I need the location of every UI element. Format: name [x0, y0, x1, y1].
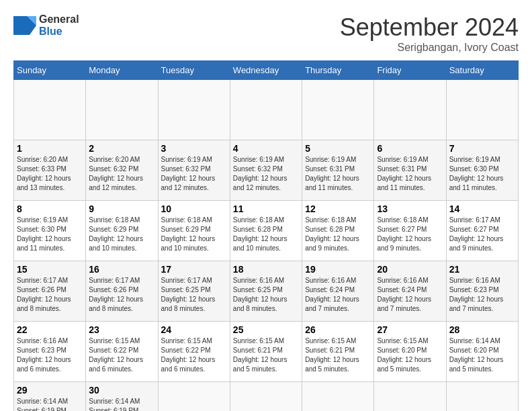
day-info: Sunrise: 6:16 AMSunset: 6:23 PMDaylight:… [449, 276, 515, 314]
table-row: 26 Sunrise: 6:15 AMSunset: 6:21 PMDaylig… [302, 322, 374, 382]
day-info: Sunrise: 6:15 AMSunset: 6:21 PMDaylight:… [233, 336, 299, 374]
day-number: 8 [17, 203, 83, 214]
calendar-week-2: 1 Sunrise: 6:20 AMSunset: 6:33 PMDayligh… [14, 140, 519, 201]
day-info: Sunrise: 6:17 AMSunset: 6:25 PMDaylight:… [161, 276, 227, 314]
table-row [302, 382, 374, 412]
table-row [158, 382, 230, 412]
day-number: 29 [17, 385, 83, 396]
table-row: 5 Sunrise: 6:19 AMSunset: 6:31 PMDayligh… [302, 140, 374, 201]
day-number: 12 [305, 203, 371, 214]
table-row [86, 80, 158, 140]
calendar-week-1 [14, 80, 519, 140]
day-info: Sunrise: 6:18 AMSunset: 6:28 PMDaylight:… [305, 216, 371, 253]
day-info: Sunrise: 6:14 AMSunset: 6:19 PMDaylight:… [89, 397, 154, 411]
day-number: 13 [377, 203, 443, 214]
day-number: 1 [17, 143, 83, 154]
table-row: 13 Sunrise: 6:18 AMSunset: 6:27 PMDaylig… [374, 201, 446, 261]
table-row: 25 Sunrise: 6:15 AMSunset: 6:21 PMDaylig… [230, 322, 302, 382]
calendar-week-4: 15 Sunrise: 6:17 AMSunset: 6:26 PMDaylig… [14, 261, 519, 322]
day-info: Sunrise: 6:15 AMSunset: 6:22 PMDaylight:… [89, 336, 154, 374]
table-row: 3 Sunrise: 6:19 AMSunset: 6:32 PMDayligh… [158, 140, 230, 201]
table-row: 22 Sunrise: 6:16 AMSunset: 6:23 PMDaylig… [14, 322, 86, 382]
table-row [230, 80, 302, 140]
day-info: Sunrise: 6:17 AMSunset: 6:27 PMDaylight:… [449, 216, 515, 253]
day-number: 10 [161, 203, 227, 214]
day-info: Sunrise: 6:17 AMSunset: 6:26 PMDaylight:… [17, 276, 83, 314]
table-row: 15 Sunrise: 6:17 AMSunset: 6:26 PMDaylig… [14, 261, 86, 322]
calendar-week-5: 22 Sunrise: 6:16 AMSunset: 6:23 PMDaylig… [14, 322, 519, 382]
day-info: Sunrise: 6:15 AMSunset: 6:20 PMDaylight:… [377, 336, 443, 374]
day-number: 30 [89, 385, 154, 396]
day-number: 4 [233, 143, 299, 154]
title-area: September 2024 Serigbangan, Ivory Coast [340, 13, 519, 54]
table-row: 4 Sunrise: 6:19 AMSunset: 6:32 PMDayligh… [230, 140, 302, 201]
table-row: 24 Sunrise: 6:15 AMSunset: 6:22 PMDaylig… [158, 322, 230, 382]
table-row: 7 Sunrise: 6:19 AMSunset: 6:30 PMDayligh… [446, 140, 518, 201]
day-info: Sunrise: 6:15 AMSunset: 6:21 PMDaylight:… [305, 336, 371, 374]
day-info: Sunrise: 6:19 AMSunset: 6:30 PMDaylight:… [449, 155, 515, 193]
col-wednesday: Wednesday [230, 61, 302, 80]
table-row [374, 382, 446, 412]
day-info: Sunrise: 6:18 AMSunset: 6:29 PMDaylight:… [89, 216, 154, 253]
day-info: Sunrise: 6:14 AMSunset: 6:20 PMDaylight:… [449, 336, 515, 374]
day-number: 25 [233, 324, 299, 335]
day-number: 11 [233, 203, 299, 214]
col-saturday: Saturday [446, 61, 518, 80]
table-row [158, 80, 230, 140]
month-title: September 2024 [340, 13, 519, 42]
day-number: 27 [377, 324, 443, 335]
table-row: 14 Sunrise: 6:17 AMSunset: 6:27 PMDaylig… [446, 201, 518, 261]
col-thursday: Thursday [302, 61, 374, 80]
day-info: Sunrise: 6:19 AMSunset: 6:32 PMDaylight:… [233, 155, 299, 193]
day-info: Sunrise: 6:20 AMSunset: 6:33 PMDaylight:… [17, 155, 83, 193]
day-number: 5 [305, 143, 371, 154]
day-info: Sunrise: 6:20 AMSunset: 6:32 PMDaylight:… [89, 155, 154, 193]
table-row: 18 Sunrise: 6:16 AMSunset: 6:25 PMDaylig… [230, 261, 302, 322]
day-info: Sunrise: 6:15 AMSunset: 6:22 PMDaylight:… [161, 336, 227, 374]
col-friday: Friday [374, 61, 446, 80]
table-row: 30 Sunrise: 6:14 AMSunset: 6:19 PMDaylig… [86, 382, 158, 412]
table-row: 1 Sunrise: 6:20 AMSunset: 6:33 PMDayligh… [14, 140, 86, 201]
day-info: Sunrise: 6:19 AMSunset: 6:32 PMDaylight:… [161, 155, 227, 193]
table-row: 27 Sunrise: 6:15 AMSunset: 6:20 PMDaylig… [374, 322, 446, 382]
table-row [230, 382, 302, 412]
day-number: 15 [17, 264, 83, 275]
calendar-header-row: Sunday Monday Tuesday Wednesday Thursday… [14, 61, 519, 80]
table-row: 11 Sunrise: 6:18 AMSunset: 6:28 PMDaylig… [230, 201, 302, 261]
day-info: Sunrise: 6:17 AMSunset: 6:26 PMDaylight:… [89, 276, 154, 314]
table-row [302, 80, 374, 140]
table-row: 20 Sunrise: 6:16 AMSunset: 6:24 PMDaylig… [374, 261, 446, 322]
day-number: 24 [161, 324, 227, 335]
table-row: 29 Sunrise: 6:14 AMSunset: 6:19 PMDaylig… [14, 382, 86, 412]
day-number: 18 [233, 264, 299, 275]
table-row: 12 Sunrise: 6:18 AMSunset: 6:28 PMDaylig… [302, 201, 374, 261]
table-row: 8 Sunrise: 6:19 AMSunset: 6:30 PMDayligh… [14, 201, 86, 261]
day-info: Sunrise: 6:14 AMSunset: 6:19 PMDaylight:… [17, 397, 83, 411]
day-info: Sunrise: 6:18 AMSunset: 6:29 PMDaylight:… [161, 216, 227, 253]
day-number: 7 [449, 143, 515, 154]
location-title: Serigbangan, Ivory Coast [340, 42, 519, 54]
day-info: Sunrise: 6:19 AMSunset: 6:31 PMDaylight:… [377, 155, 443, 193]
table-row [374, 80, 446, 140]
logo-icon [13, 16, 36, 35]
day-number: 2 [89, 143, 154, 154]
day-number: 22 [17, 324, 83, 335]
table-row: 6 Sunrise: 6:19 AMSunset: 6:31 PMDayligh… [374, 140, 446, 201]
col-sunday: Sunday [14, 61, 86, 80]
table-row: 23 Sunrise: 6:15 AMSunset: 6:22 PMDaylig… [86, 322, 158, 382]
table-row [446, 382, 518, 412]
logo: General Blue [13, 13, 79, 38]
table-row: 19 Sunrise: 6:16 AMSunset: 6:24 PMDaylig… [302, 261, 374, 322]
calendar-table: Sunday Monday Tuesday Wednesday Thursday… [13, 60, 519, 411]
day-number: 20 [377, 264, 443, 275]
day-info: Sunrise: 6:18 AMSunset: 6:28 PMDaylight:… [233, 216, 299, 253]
day-number: 16 [89, 264, 154, 275]
day-number: 14 [449, 203, 515, 214]
day-number: 6 [377, 143, 443, 154]
table-row: 10 Sunrise: 6:18 AMSunset: 6:29 PMDaylig… [158, 201, 230, 261]
table-row [446, 80, 518, 140]
day-number: 19 [305, 264, 371, 275]
col-tuesday: Tuesday [158, 61, 230, 80]
day-info: Sunrise: 6:18 AMSunset: 6:27 PMDaylight:… [377, 216, 443, 253]
day-info: Sunrise: 6:19 AMSunset: 6:30 PMDaylight:… [17, 216, 83, 253]
